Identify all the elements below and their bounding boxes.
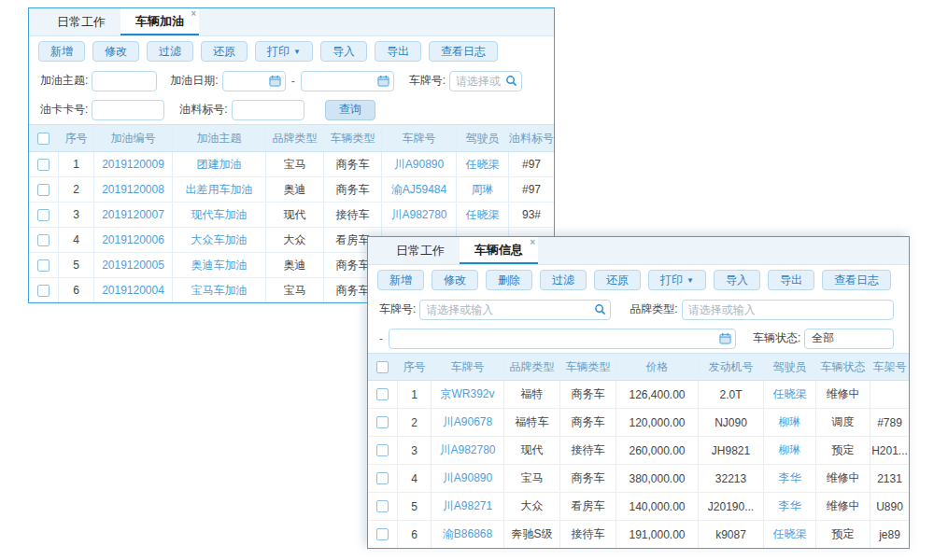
refuel-id-link[interactable]: 2019120005 (94, 253, 173, 277)
table-row[interactable]: 4 川A90890 宝马 商务车 380,000.00 32213 李华 维修中… (368, 465, 909, 493)
driver-link[interactable]: 李华 (764, 493, 816, 520)
print-button[interactable]: 打印 ▼ (255, 41, 313, 62)
brand-cell: 奥迪 (266, 177, 324, 202)
plate-link[interactable]: 川A90890 (432, 465, 504, 492)
plate-link[interactable]: 川A98271 (432, 493, 504, 520)
close-icon[interactable]: × (191, 9, 196, 19)
import-button[interactable]: 导入 (714, 270, 760, 290)
add-button[interactable]: 新增 (377, 270, 424, 290)
restore-button[interactable]: 还原 (201, 41, 248, 62)
plate-link[interactable]: 川A90678 (432, 409, 504, 436)
subject-link[interactable]: 大众车加油 (173, 228, 266, 252)
plate-link[interactable]: 川A982780 (432, 437, 504, 464)
price-cell: 120,000.00 (616, 409, 699, 436)
driver-link[interactable]: 任晓渠 (457, 152, 509, 176)
restore-button[interactable]: 还原 (594, 270, 641, 290)
row-checkbox[interactable] (37, 209, 50, 221)
tab-vehicle-info[interactable]: 车辆信息 × (460, 237, 538, 264)
tab-daily-work[interactable]: 日常工作 (381, 237, 460, 264)
print-button[interactable]: 打印 ▼ (648, 270, 706, 290)
brand-input[interactable] (682, 300, 894, 320)
grade-input[interactable] (232, 100, 304, 120)
plate-link[interactable]: 川A982780 (382, 203, 457, 227)
subject-link[interactable]: 宝马车加油 (173, 278, 266, 302)
card-input[interactable] (92, 100, 164, 120)
table-row[interactable]: 2 川A90678 福特车 商务车 120,000.00 NJ090 柳琳 调度… (368, 409, 909, 437)
table-row[interactable]: 2 2019120008 出差用车加油 奥迪 商务车 渝AJ59484 周琳 #… (29, 177, 554, 203)
row-checkbox[interactable] (376, 416, 389, 428)
subject-input[interactable] (92, 71, 157, 91)
refuel-id-link[interactable]: 2019120007 (94, 203, 173, 227)
driver-link[interactable]: 任晓渠 (764, 381, 816, 408)
row-checkbox[interactable] (37, 259, 50, 272)
calendar-icon[interactable] (377, 75, 389, 87)
engine-no-cell: J20190... (699, 493, 764, 520)
table-row[interactable]: 5 川A98271 大众 看房车 140,000.00 J20190... 李华… (368, 493, 909, 521)
subject-link[interactable]: 出差用车加油 (173, 177, 266, 202)
row-checkbox[interactable] (376, 388, 389, 400)
date-label: 加油日期: (170, 73, 218, 89)
row-checkbox[interactable] (376, 444, 389, 456)
table-row[interactable]: 3 2019120007 现代车加油 现代 接待车 川A982780 任晓渠 9… (29, 203, 554, 228)
date-to-input[interactable] (389, 329, 736, 349)
row-checkbox[interactable] (37, 159, 50, 171)
filter-button[interactable]: 过滤 (147, 41, 193, 62)
plate-link[interactable]: 渝AJ59484 (382, 177, 457, 202)
edit-button[interactable]: 修改 (432, 270, 478, 290)
driver-link[interactable]: 柳琳 (764, 437, 816, 464)
delete-button[interactable]: 删除 (486, 270, 532, 290)
row-checkbox[interactable] (376, 472, 389, 484)
subject-link[interactable]: 团建加油 (173, 152, 266, 176)
edit-button[interactable]: 修改 (92, 41, 139, 62)
export-button[interactable]: 导出 (375, 41, 421, 62)
view-log-button[interactable]: 查看日志 (822, 270, 891, 290)
export-button[interactable]: 导出 (768, 270, 814, 290)
refuel-id-link[interactable]: 2019120006 (94, 228, 173, 252)
search-icon[interactable] (505, 75, 517, 87)
add-button[interactable]: 新增 (38, 41, 85, 62)
table-row[interactable]: 3 川A982780 现代 接待车 260,000.00 JH9821 柳琳 预… (368, 437, 909, 465)
tab-vehicle-refuel[interactable]: 车辆加油 × (120, 8, 199, 35)
driver-link[interactable]: 周琳 (457, 177, 509, 202)
vehicle-status-select[interactable]: 全部 (804, 329, 894, 349)
driver-link[interactable]: 柳琳 (764, 409, 816, 436)
driver-link[interactable]: 李华 (764, 465, 816, 492)
subject-link[interactable]: 现代车加油 (173, 203, 266, 227)
row-checkbox[interactable] (37, 184, 50, 196)
row-checkbox[interactable] (376, 528, 389, 540)
table-row[interactable]: 6 渝B86868 奔驰S级 接待车 191,000.00 k9087 任晓渠 … (368, 521, 909, 548)
query-button[interactable]: 查询 (325, 100, 375, 120)
row-checkbox[interactable] (376, 500, 389, 512)
subject-link[interactable]: 奥迪车加油 (173, 253, 266, 277)
import-button[interactable]: 导入 (320, 41, 367, 62)
row-no: 3 (398, 437, 432, 464)
plate-link[interactable]: 京WR392v (432, 381, 504, 408)
view-log-button[interactable]: 查看日志 (429, 41, 498, 62)
tab-daily-work[interactable]: 日常工作 (42, 8, 120, 35)
driver-link[interactable]: 任晓渠 (764, 521, 816, 548)
driver-link[interactable]: 任晓渠 (457, 203, 509, 227)
refuel-id-link[interactable]: 2019120008 (94, 177, 173, 202)
table-row[interactable]: 1 京WR392v 福特 商务车 126,400.00 2.0T 任晓渠 维修中 (368, 381, 909, 409)
refuel-id-link[interactable]: 2019120009 (94, 152, 173, 176)
engine-no-cell: NJ090 (699, 409, 764, 436)
calendar-icon[interactable] (269, 75, 281, 87)
plate-link[interactable]: 渝B86868 (432, 521, 504, 548)
row-checkbox[interactable] (37, 285, 50, 297)
col-no: 序号 (398, 354, 432, 380)
brand-label: 品牌类型: (630, 301, 677, 317)
vehicle-status-cell: 维修中 (816, 381, 870, 408)
refuel-id-link[interactable]: 2019120004 (94, 278, 173, 302)
close-icon[interactable]: × (530, 238, 535, 247)
select-all-checkbox[interactable] (376, 361, 389, 373)
plate-input[interactable] (419, 300, 611, 320)
search-icon[interactable] (594, 303, 606, 315)
table-row[interactable]: 1 2019120009 团建加油 宝马 商务车 川A90890 任晓渠 #97 (29, 152, 554, 177)
select-all-checkbox[interactable] (37, 133, 50, 145)
calendar-icon[interactable] (719, 332, 731, 344)
plate-link[interactable]: 川A90890 (382, 152, 457, 176)
row-checkbox[interactable] (37, 234, 50, 246)
col-brand: 品牌类型 (266, 125, 324, 151)
filter-button[interactable]: 过滤 (540, 270, 587, 290)
tab-bar: 日常工作 车辆信息 × (368, 237, 909, 265)
